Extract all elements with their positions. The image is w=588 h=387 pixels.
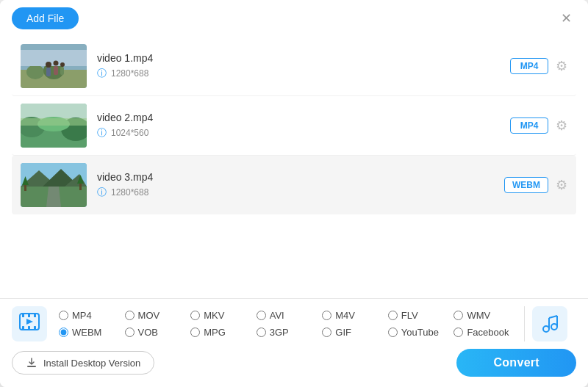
svg-rect-33	[22, 326, 24, 330]
svg-rect-6	[46, 68, 51, 76]
info-icon-2: ⓘ	[97, 126, 107, 140]
file-item-3: video 3.mp4 ⓘ 1280*688 WEBM ⚙	[12, 156, 576, 214]
svg-rect-8	[54, 66, 58, 75]
thumbnail-image-2	[21, 104, 87, 148]
file-name-2: video 2.mp4	[97, 112, 500, 123]
format-radio-gif[interactable]	[322, 328, 331, 337]
file-actions-1: MP4 ⚙	[510, 58, 567, 74]
title-bar: Add File ✕	[0, 0, 588, 34]
thumbnail-2	[21, 104, 87, 148]
format-radio-vob[interactable]	[125, 328, 135, 337]
format-radio-3gp[interactable]	[257, 328, 266, 337]
music-icon-container	[532, 306, 567, 341]
format-option-mpg[interactable]: MPG	[187, 325, 254, 339]
svg-rect-42	[27, 366, 36, 367]
info-icon-1: ⓘ	[97, 67, 107, 80]
svg-rect-10	[60, 67, 64, 75]
format-label-wmv: WMV	[467, 310, 490, 321]
convert-button[interactable]: Convert	[456, 349, 576, 377]
format-option-m4v[interactable]: M4V	[319, 308, 385, 322]
format-option-flv[interactable]: FLV	[385, 308, 451, 322]
svg-point-7	[54, 61, 59, 66]
format-badge-2[interactable]: MP4	[510, 117, 548, 134]
file-info-2: video 2.mp4 ⓘ 1024*560	[97, 112, 500, 140]
file-name-3: video 3.mp4	[97, 171, 494, 183]
format-option-avi[interactable]: AVI	[254, 308, 320, 322]
format-option-vob[interactable]: VOB	[122, 325, 188, 339]
file-name-1: video 1.mp4	[97, 52, 500, 64]
format-option-mkv[interactable]: MKV	[187, 308, 254, 322]
music-icon	[539, 314, 560, 334]
format-label-webm: WEBM	[72, 327, 101, 338]
svg-point-38	[551, 324, 557, 330]
format-label-mov: MOV	[138, 310, 160, 321]
svg-rect-17	[21, 118, 87, 126]
settings-button-3[interactable]: ⚙	[556, 177, 567, 193]
format-radio-wmv[interactable]	[453, 311, 463, 320]
svg-marker-21	[46, 187, 61, 207]
format-option-facebook[interactable]: Facebook	[451, 325, 517, 339]
format-label-mkv: MKV	[204, 310, 224, 321]
format-radio-flv[interactable]	[388, 311, 398, 320]
file-resolution-2: 1024*560	[111, 128, 148, 138]
main-window: Add File ✕	[0, 0, 588, 387]
format-label-youtube: YouTube	[401, 327, 439, 338]
format-radio-mp4[interactable]	[59, 311, 68, 320]
svg-line-41	[549, 316, 557, 318]
info-icon-3: ⓘ	[97, 186, 107, 199]
svg-point-2	[26, 65, 44, 79]
svg-rect-27	[79, 184, 82, 190]
format-badge-3[interactable]: WEBM	[504, 177, 548, 193]
file-list: video 1.mp4 ⓘ 1280*688 MP4 ⚙	[0, 34, 588, 298]
format-option-mov[interactable]: MOV	[122, 308, 188, 322]
format-option-3gp[interactable]: 3GP	[254, 325, 320, 339]
format-option-youtube[interactable]: YouTube	[385, 325, 451, 339]
format-radio-facebook[interactable]	[453, 328, 463, 337]
format-grid: MP4 MOV MKV AVI M4V	[12, 306, 576, 341]
add-file-button[interactable]: Add File	[12, 7, 79, 29]
settings-button-2[interactable]: ⚙	[556, 117, 567, 134]
bottom-panel: MP4 MOV MKV AVI M4V	[0, 298, 588, 387]
svg-rect-34	[28, 326, 30, 330]
thumbnail-3	[21, 163, 87, 207]
format-option-mp4[interactable]: MP4	[56, 308, 122, 322]
format-label-facebook: Facebook	[467, 327, 509, 338]
film-icon	[18, 311, 40, 337]
file-meta-3: ⓘ 1280*688	[97, 186, 494, 199]
format-label-mp4: MP4	[72, 310, 92, 321]
file-item-2: video 2.mp4 ⓘ 1024*560 MP4 ⚙	[12, 96, 576, 156]
format-radio-youtube[interactable]	[388, 328, 398, 337]
format-options: MP4 MOV MKV AVI M4V	[56, 308, 517, 339]
svg-point-37	[543, 326, 549, 332]
thumbnail-image-3	[21, 163, 87, 207]
format-icon-container	[12, 306, 47, 341]
format-option-webm[interactable]: WEBM	[56, 325, 122, 339]
format-radio-m4v[interactable]	[322, 311, 331, 320]
install-button[interactable]: Install Desktop Version	[12, 351, 154, 375]
svg-rect-31	[28, 314, 30, 317]
format-option-wmv[interactable]: WMV	[451, 308, 517, 322]
format-radio-mkv[interactable]	[190, 311, 200, 320]
svg-point-5	[46, 62, 51, 68]
thumbnail-1	[21, 44, 87, 88]
format-radio-mpg[interactable]	[190, 328, 200, 337]
svg-rect-35	[34, 326, 36, 330]
format-badge-1[interactable]: MP4	[510, 58, 548, 74]
file-actions-2: MP4 ⚙	[510, 117, 567, 134]
format-radio-mov[interactable]	[125, 311, 135, 320]
download-icon	[26, 357, 37, 369]
divider-vertical	[524, 306, 525, 341]
svg-rect-30	[22, 314, 24, 317]
svg-rect-25	[24, 185, 26, 191]
svg-marker-36	[26, 319, 33, 325]
format-option-gif[interactable]: GIF	[319, 325, 385, 339]
settings-button-1[interactable]: ⚙	[556, 58, 567, 74]
format-radio-webm[interactable]	[59, 328, 68, 337]
file-info-3: video 3.mp4 ⓘ 1280*688	[97, 171, 494, 199]
format-label-vob: VOB	[138, 327, 158, 338]
format-label-3gp: 3GP	[270, 327, 289, 338]
format-label-mpg: MPG	[204, 327, 226, 338]
format-label-gif: GIF	[335, 327, 351, 338]
close-button[interactable]: ✕	[556, 10, 576, 26]
format-radio-avi[interactable]	[257, 311, 266, 320]
